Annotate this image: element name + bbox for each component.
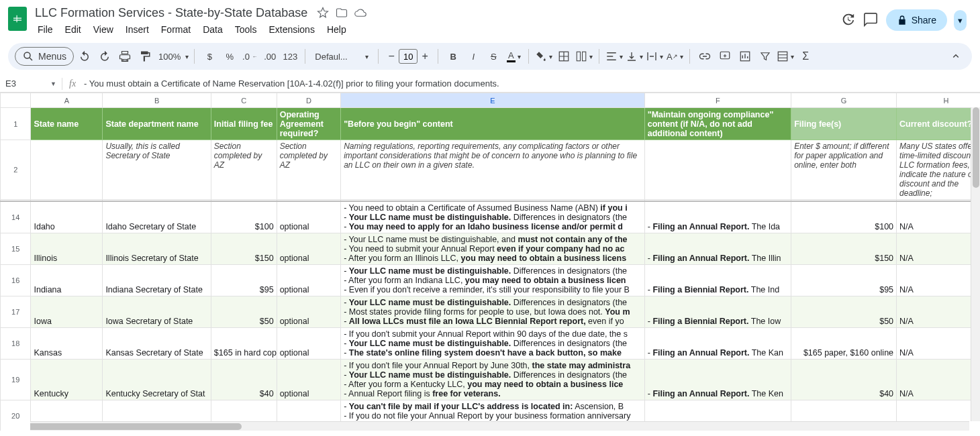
menus-search-button[interactable]: Menus: [15, 47, 74, 66]
insert-link-icon[interactable]: [695, 47, 714, 66]
cell[interactable]: Iowa Secretary of State: [103, 296, 211, 327]
cell[interactable]: - Your LLC name must be distinguishable,…: [341, 233, 645, 264]
cell[interactable]: Kentucky: [31, 359, 103, 400]
borders-icon[interactable]: [554, 47, 573, 66]
cell[interactable]: Illinois Secretary of State: [103, 233, 211, 264]
text-color-icon[interactable]: A: [504, 47, 523, 66]
formula-bar-input[interactable]: - You must obtain a Certificate of Name …: [83, 78, 499, 89]
cell[interactable]: $150: [211, 233, 277, 264]
cell[interactable]: $40: [211, 359, 277, 400]
row-header[interactable]: 15: [1, 233, 31, 264]
row-header[interactable]: 16: [1, 264, 31, 296]
cell[interactable]: Illinois: [31, 233, 103, 264]
column-header-B[interactable]: B: [103, 93, 211, 108]
insert-chart-icon[interactable]: [736, 47, 754, 66]
decrease-decimal-icon[interactable]: .0 ←: [240, 47, 259, 66]
row-header[interactable]: 2: [1, 140, 31, 200]
vertical-align-icon[interactable]: [625, 47, 644, 66]
note-cell[interactable]: Enter $ amount; if different for paper a…: [791, 140, 897, 200]
sheets-logo-icon[interactable]: [8, 7, 27, 31]
cell[interactable]: $150: [791, 233, 897, 264]
cell[interactable]: - Filing an Annual Report. The Kan: [644, 327, 791, 359]
history-icon[interactable]: [840, 12, 855, 29]
column-header-C[interactable]: C: [211, 93, 277, 108]
cell[interactable]: $100: [211, 201, 277, 233]
functions-icon[interactable]: Σ: [796, 47, 815, 66]
fill-color-icon[interactable]: [534, 47, 553, 66]
table-view-icon[interactable]: [776, 47, 795, 66]
cell[interactable]: N/A: [897, 359, 980, 400]
column-header-F[interactable]: F: [644, 93, 791, 108]
increase-decimal-icon[interactable]: .00: [260, 47, 279, 66]
toolbar-collapse-icon[interactable]: [946, 47, 965, 66]
cell[interactable]: $95: [791, 264, 897, 296]
spreadsheet-grid[interactable]: ABCDEFGHIJ 1State nameState department n…: [0, 93, 980, 431]
note-cell[interactable]: [644, 140, 791, 200]
zoom-select[interactable]: 100%: [156, 47, 189, 66]
row-header[interactable]: 20: [1, 400, 31, 431]
cell[interactable]: optional: [277, 296, 341, 327]
cell[interactable]: - Filing an Annual Report. The Illin: [644, 233, 791, 264]
column-header-G[interactable]: G: [791, 93, 897, 108]
menu-data[interactable]: Data: [197, 21, 228, 38]
share-caret-icon[interactable]: ▾: [954, 10, 967, 31]
cell[interactable]: Indiana: [31, 264, 103, 296]
star-icon[interactable]: [317, 7, 329, 19]
cell[interactable]: - Filing a Biennial Report. The Ind: [644, 264, 791, 296]
row-header[interactable]: 14: [1, 201, 31, 233]
row-header[interactable]: 17: [1, 296, 31, 327]
cell[interactable]: Idaho: [31, 201, 103, 233]
cell[interactable]: Kentucky Secretary of Stat: [103, 359, 211, 400]
header-cell[interactable]: "Before you begin" content: [341, 108, 645, 140]
menu-format[interactable]: Format: [156, 21, 196, 38]
cell[interactable]: Idaho Secretary of State: [103, 201, 211, 233]
cell[interactable]: Kansas Secretary of State: [103, 327, 211, 359]
column-header-E[interactable]: E: [341, 93, 645, 108]
insert-comment-icon[interactable]: [716, 47, 734, 66]
row-header[interactable]: 1: [1, 108, 31, 140]
menu-file[interactable]: File: [32, 21, 58, 38]
filter-icon[interactable]: [756, 47, 775, 66]
cell[interactable]: Iowa: [31, 296, 103, 327]
currency-format-button[interactable]: $: [200, 47, 219, 66]
font-size-input[interactable]: [399, 49, 418, 64]
menu-help[interactable]: Help: [322, 21, 352, 38]
header-cell[interactable]: "Maintain ongoing compliance" content (i…: [644, 108, 791, 140]
cell[interactable]: N/A: [897, 264, 980, 296]
cell[interactable]: - You need to obtain a Certificate of As…: [341, 201, 645, 233]
note-cell[interactable]: Section completed by AZ: [277, 140, 341, 200]
undo-icon[interactable]: [75, 47, 94, 66]
note-cell[interactable]: Usually, this is called Secretary of Sta…: [103, 140, 211, 200]
text-rotation-icon[interactable]: A↗: [665, 47, 684, 66]
merge-cells-icon[interactable]: [575, 47, 593, 66]
row-header[interactable]: 19: [1, 359, 31, 400]
cell[interactable]: $165 in hard cop: [211, 327, 277, 359]
font-size-decrease[interactable]: −: [384, 50, 399, 62]
cell[interactable]: N/A: [897, 201, 980, 233]
cell[interactable]: optional: [277, 359, 341, 400]
header-cell[interactable]: Current discount?: [897, 108, 980, 140]
cell[interactable]: optional: [277, 233, 341, 264]
cell[interactable]: - Your LLC name must be distinguishable.…: [341, 264, 645, 296]
menu-view[interactable]: View: [88, 21, 119, 38]
print-icon[interactable]: [115, 47, 134, 66]
cell[interactable]: Indiana Secretary of State: [103, 264, 211, 296]
header-cell[interactable]: Filing fee(s): [791, 108, 897, 140]
horizontal-align-icon[interactable]: [605, 47, 624, 66]
percent-format-button[interactable]: %: [220, 47, 239, 66]
document-title[interactable]: LLC Formation Services - State-by-State …: [32, 5, 310, 21]
cell[interactable]: $40: [791, 359, 897, 400]
cell[interactable]: $50: [791, 296, 897, 327]
header-cell[interactable]: State name: [31, 108, 103, 140]
cell[interactable]: $50: [211, 296, 277, 327]
cell[interactable]: N/A: [897, 327, 980, 359]
cell[interactable]: optional: [277, 201, 341, 233]
paint-format-icon[interactable]: [136, 47, 154, 66]
move-folder-icon[interactable]: [336, 7, 348, 19]
font-size-increase[interactable]: +: [418, 50, 432, 62]
cell[interactable]: $95: [211, 264, 277, 296]
italic-icon[interactable]: I: [464, 47, 483, 66]
note-cell[interactable]: [31, 140, 103, 200]
note-cell[interactable]: Many US states offer time-limited discou…: [897, 140, 980, 200]
horizontal-scrollbar[interactable]: [27, 421, 969, 431]
